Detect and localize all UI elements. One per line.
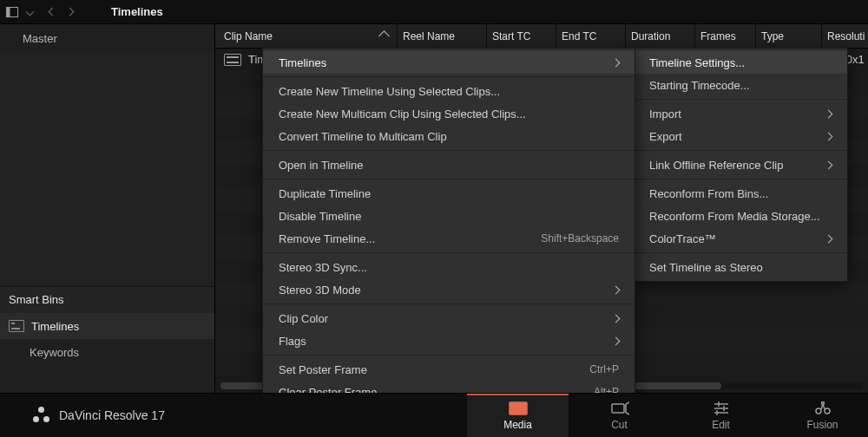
smart-bin-label: Keywords bbox=[30, 346, 79, 359]
menu-item[interactable]: Set Timeline as Stereo bbox=[634, 256, 847, 278]
col-resolution[interactable]: Resoluti bbox=[822, 24, 867, 48]
col-clip-name[interactable]: Clip Name bbox=[219, 24, 398, 48]
col-duration[interactable]: Duration bbox=[626, 24, 695, 48]
menu-item[interactable]: Export bbox=[634, 125, 847, 147]
menu-item[interactable]: ColorTrace™ bbox=[634, 227, 847, 250]
menu-item[interactable]: Timeline Settings... bbox=[634, 51, 847, 74]
timelines-submenu[interactable]: Timeline Settings...Starting Timecode...… bbox=[633, 48, 848, 282]
menu-separator bbox=[263, 252, 635, 253]
submenu-arrow-icon bbox=[825, 132, 833, 140]
dropdown-caret-icon[interactable] bbox=[23, 5, 36, 19]
menu-separator bbox=[263, 179, 635, 179]
menu-item[interactable]: Link Offline Reference Clip bbox=[634, 153, 847, 176]
master-bin[interactable]: Master bbox=[0, 24, 214, 54]
menu-separator bbox=[634, 179, 847, 179]
page-media[interactable]: Media bbox=[467, 394, 569, 437]
submenu-arrow-icon bbox=[612, 58, 621, 67]
menu-item[interactable]: Starting Timecode... bbox=[634, 74, 847, 96]
menu-separator bbox=[634, 150, 847, 151]
edit-icon bbox=[712, 401, 731, 416]
page-navigation: DaVinci Resolve 17 Media Cut Edit Fusion bbox=[0, 393, 868, 437]
nav-forward-button[interactable] bbox=[62, 5, 76, 19]
sidebar: Master Smart Bins Timelines Keywords bbox=[0, 24, 215, 395]
col-frames[interactable]: Frames bbox=[695, 24, 756, 48]
resolve-logo-icon bbox=[33, 407, 50, 424]
svg-rect-1 bbox=[7, 7, 10, 16]
menu-item[interactable]: Reconform From Media Storage... bbox=[634, 205, 847, 227]
svg-rect-4 bbox=[612, 404, 624, 413]
menu-separator bbox=[634, 99, 847, 100]
layout-icon[interactable] bbox=[5, 5, 19, 19]
menu-separator bbox=[263, 355, 635, 355]
menu-item[interactable]: Timelines bbox=[263, 51, 635, 74]
menu-separator bbox=[263, 303, 635, 304]
menu-item[interactable]: Open in Timeline bbox=[263, 153, 635, 176]
svg-point-11 bbox=[816, 408, 821, 414]
menu-item[interactable]: Stereo 3D Mode bbox=[263, 278, 635, 301]
media-icon bbox=[509, 401, 528, 416]
app-brand: DaVinci Resolve 17 bbox=[33, 407, 165, 424]
smart-bin-timelines[interactable]: Timelines bbox=[0, 313, 214, 339]
menu-separator bbox=[263, 76, 635, 77]
col-end-tc[interactable]: End TC bbox=[556, 24, 626, 48]
menu-item[interactable]: Duplicate Timeline bbox=[263, 182, 635, 205]
menu-separator bbox=[634, 252, 847, 253]
sort-asc-icon bbox=[378, 30, 390, 42]
menu-separator bbox=[263, 150, 635, 151]
submenu-arrow-icon bbox=[825, 160, 833, 169]
submenu-arrow-icon bbox=[825, 234, 833, 243]
menu-item[interactable]: Create New Timeline Using Selected Clips… bbox=[263, 80, 635, 102]
page-edit[interactable]: Edit bbox=[670, 394, 772, 437]
menu-item[interactable]: Reconform From Bins... bbox=[634, 182, 847, 205]
svg-point-12 bbox=[825, 408, 830, 414]
menu-item[interactable]: Stereo 3D Sync... bbox=[263, 256, 635, 278]
menu-item[interactable]: Create New Multicam Clip Using Selected … bbox=[263, 102, 635, 125]
col-start-tc[interactable]: Start TC bbox=[487, 24, 556, 48]
col-type[interactable]: Type bbox=[756, 24, 822, 48]
smart-bin-label: Timelines bbox=[31, 320, 79, 333]
col-reel-name[interactable]: Reel Name bbox=[398, 24, 487, 48]
menu-item[interactable]: Remove Timeline...Shift+Backspace bbox=[263, 227, 635, 250]
nav-back-button[interactable] bbox=[45, 5, 59, 19]
menu-item[interactable]: Convert Timeline to Multicam Clip bbox=[263, 125, 635, 147]
column-header: Clip Name Reel Name Start TC End TC Dura… bbox=[215, 24, 868, 49]
menu-item[interactable]: Flags bbox=[263, 329, 635, 352]
menu-item[interactable]: Set Poster FrameCtrl+P bbox=[263, 358, 635, 381]
smart-bin-keywords[interactable]: Keywords bbox=[0, 339, 214, 365]
fusion-icon bbox=[813, 401, 832, 416]
smart-bins-header: Smart Bins bbox=[0, 286, 214, 313]
page-fusion[interactable]: Fusion bbox=[772, 394, 868, 437]
menu-item[interactable]: Disable Timeline bbox=[263, 205, 635, 227]
submenu-arrow-icon bbox=[612, 285, 621, 294]
clip-context-menu[interactable]: TimelinesCreate New Timeline Using Selec… bbox=[262, 48, 635, 435]
panel-title: Timelines bbox=[111, 5, 163, 18]
timeline-icon bbox=[224, 54, 241, 66]
submenu-arrow-icon bbox=[825, 109, 833, 118]
cut-icon bbox=[610, 401, 629, 416]
page-cut[interactable]: Cut bbox=[569, 394, 670, 437]
menu-item[interactable]: Import bbox=[634, 102, 847, 125]
menu-item[interactable]: Clip Color bbox=[263, 307, 635, 329]
top-toolbar: Timelines bbox=[0, 0, 868, 24]
submenu-arrow-icon bbox=[612, 314, 621, 323]
bin-icon bbox=[9, 320, 24, 332]
submenu-arrow-icon bbox=[612, 336, 621, 345]
